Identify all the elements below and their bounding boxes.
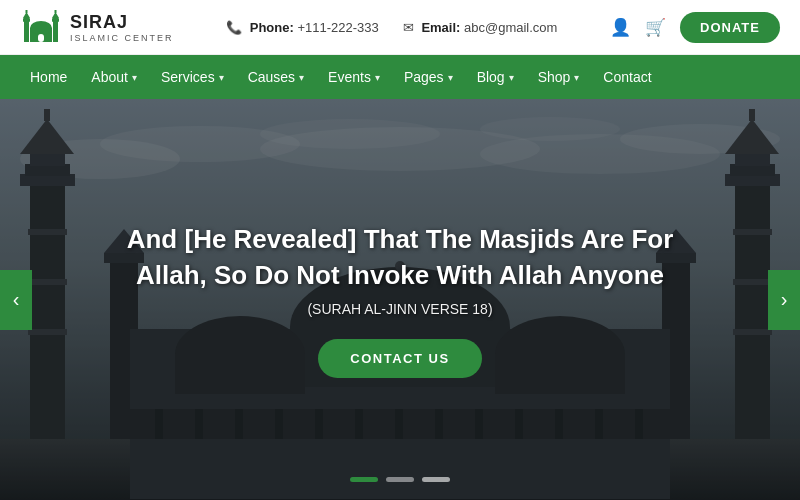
nav-bar: Home About ▾ Services ▾ Causes ▾ Events … [0, 55, 800, 99]
svg-rect-5 [53, 20, 58, 42]
hero-content: And [He Revealed] That The Masjids Are F… [47, 221, 754, 379]
nav-item-events[interactable]: Events ▾ [318, 63, 390, 91]
slider-dot-2[interactable] [386, 477, 414, 482]
chevron-down-icon: ▾ [574, 72, 579, 83]
slider-next-button[interactable]: › [768, 270, 800, 330]
phone-info: 📞 Phone: +111-222-333 [226, 20, 379, 35]
chevron-down-icon: ▾ [448, 72, 453, 83]
contact-us-button[interactable]: CONTACT US [318, 339, 481, 378]
nav-item-causes[interactable]: Causes ▾ [238, 63, 314, 91]
nav-item-shop[interactable]: Shop ▾ [528, 63, 590, 91]
nav-item-services[interactable]: Services ▾ [151, 63, 234, 91]
cart-icon[interactable]: 🛒 [645, 17, 666, 38]
svg-rect-11 [38, 34, 44, 42]
email-address: abc@gmail.com [464, 20, 557, 35]
logo-text: SIRAJ ISLAMIC CENTER [70, 12, 174, 43]
svg-rect-8 [55, 10, 57, 13]
chevron-down-icon: ▾ [299, 72, 304, 83]
contact-info: 📞 Phone: +111-222-333 ✉ Email: abc@gmail… [226, 20, 557, 35]
phone-number: +111-222-333 [297, 20, 378, 35]
slider-dot-3[interactable] [422, 477, 450, 482]
nav-item-contact[interactable]: Contact [593, 63, 661, 91]
svg-point-10 [30, 21, 52, 35]
phone-label: Phone: [250, 20, 294, 35]
slider-prev-button[interactable]: ‹ [0, 270, 32, 330]
chevron-down-icon: ▾ [219, 72, 224, 83]
svg-rect-6 [52, 18, 59, 22]
nav-item-about[interactable]: About ▾ [81, 63, 147, 91]
nav-item-pages[interactable]: Pages ▾ [394, 63, 463, 91]
slider-dots [350, 477, 450, 482]
svg-rect-1 [24, 20, 29, 42]
logo[interactable]: SIRAJ ISLAMIC CENTER [20, 6, 174, 48]
top-actions: 👤 🛒 DONATE [610, 12, 780, 43]
email-icon: ✉ [403, 20, 414, 35]
logo-icon [20, 6, 62, 48]
nav-item-home[interactable]: Home [20, 63, 77, 91]
phone-icon: 📞 [226, 20, 242, 35]
slider-dot-1[interactable] [350, 477, 378, 482]
email-label: Email: [421, 20, 460, 35]
svg-rect-2 [23, 18, 30, 22]
hero-section: And [He Revealed] That The Masjids Are F… [0, 99, 800, 500]
svg-rect-4 [26, 10, 28, 13]
chevron-down-icon: ▾ [132, 72, 137, 83]
top-bar: SIRAJ ISLAMIC CENTER 📞 Phone: +111-222-3… [0, 0, 800, 55]
brand-subtitle: ISLAMIC CENTER [70, 33, 174, 43]
user-icon[interactable]: 👤 [610, 17, 631, 38]
brand-name: SIRAJ [70, 12, 174, 33]
chevron-down-icon: ▾ [375, 72, 380, 83]
hero-heading: And [He Revealed] That The Masjids Are F… [127, 221, 674, 294]
chevron-down-icon: ▾ [509, 72, 514, 83]
donate-button[interactable]: DONATE [680, 12, 780, 43]
email-info: ✉ Email: abc@gmail.com [403, 20, 558, 35]
nav-list: Home About ▾ Services ▾ Causes ▾ Events … [20, 63, 662, 91]
nav-item-blog[interactable]: Blog ▾ [467, 63, 524, 91]
hero-verse: (SURAH AL-JINN VERSE 18) [127, 301, 674, 317]
